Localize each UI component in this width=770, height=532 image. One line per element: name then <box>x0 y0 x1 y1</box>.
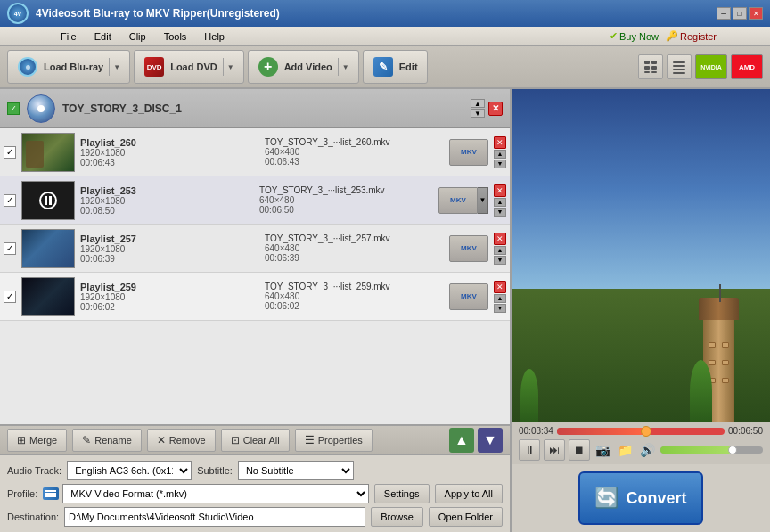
format-badge-3[interactable]: MKV <box>449 283 488 310</box>
svg-rect-7 <box>673 65 685 67</box>
svg-rect-5 <box>651 71 657 73</box>
row-checkbox-0[interactable] <box>4 146 16 159</box>
remove-icon: ✕ <box>157 434 166 446</box>
toolbar: Load Blu-ray ▼ DVD Load DVD ▼ + Add Vide… <box>0 46 770 89</box>
profile-select[interactable]: MKV Video Format (*.mkv) <box>62 484 369 503</box>
format-badge-1: MKV ▼ <box>438 187 488 214</box>
open-folder-button[interactable]: Open Folder <box>429 507 503 527</box>
audio-track-select[interactable]: English AC3 6ch. (0x1100… <box>67 461 192 480</box>
minimize-button[interactable]: ─ <box>717 7 731 20</box>
seek-bar[interactable] <box>557 428 725 435</box>
row-up-2[interactable]: ▲ <box>494 246 506 255</box>
scroll-up-arrow[interactable]: ▲ <box>471 99 485 108</box>
row-up-0[interactable]: ▲ <box>494 150 506 159</box>
file-list: ✓ TOY_STORY_3_DISC_1 ▲ ▼ ✕ <box>0 89 510 425</box>
move-down-button[interactable]: ▼ <box>478 428 503 453</box>
row-checkbox-3[interactable] <box>4 291 16 303</box>
clear-icon: ⊡ <box>231 434 240 446</box>
add-video-dropdown[interactable]: ▼ <box>338 58 349 76</box>
close-button[interactable]: ✕ <box>749 7 763 20</box>
nvidia-button[interactable]: NVIDIA <box>695 54 727 79</box>
seek-fill <box>557 428 646 435</box>
browse-button[interactable]: Browse <box>371 507 423 527</box>
format-badge-0[interactable]: MKV <box>449 139 488 166</box>
menu-help[interactable]: Help <box>197 29 232 44</box>
row-controls-0: ✕ ▲ ▼ <box>494 136 506 168</box>
dvd-icon: DVD <box>143 56 165 78</box>
load-dvd-button[interactable]: DVD Load DVD ▼ <box>134 50 243 84</box>
maximize-button[interactable]: □ <box>733 7 747 20</box>
disc-icon <box>27 94 55 123</box>
convert-icon: 🔄 <box>594 487 618 510</box>
format-dropdown-1[interactable]: ▼ <box>478 187 488 214</box>
list-view-button[interactable] <box>667 54 692 79</box>
playlist-row: Playlist_260 1920×1080 00:06:43 TOY_STOR… <box>0 128 510 176</box>
convert-button[interactable]: 🔄 Convert <box>578 471 703 525</box>
clear-all-button[interactable]: ⊡ Clear All <box>221 429 290 452</box>
row-controls-3: ✕ ▲ ▼ <box>494 281 506 313</box>
destination-input[interactable] <box>64 507 365 527</box>
rename-icon: ✎ <box>82 434 91 446</box>
playlist-output-3: TOY_STORY_3_···list_259.mkv 640×480 00:0… <box>265 282 444 311</box>
play-pause-button[interactable]: ⏸ <box>519 439 540 461</box>
load-dvd-dropdown[interactable]: ▼ <box>223 58 234 76</box>
load-bluray-button[interactable]: Load Blu-ray ▼ <box>7 50 130 84</box>
scroll-down-arrow[interactable]: ▼ <box>471 109 485 118</box>
menu-edit[interactable]: Edit <box>87 29 119 44</box>
row-up-3[interactable]: ▲ <box>494 294 506 303</box>
register-button[interactable]: 🔑 Register <box>666 30 717 42</box>
row-remove-0[interactable]: ✕ <box>494 136 506 149</box>
row-checkbox-2[interactable] <box>4 242 16 255</box>
row-controls-2: ✕ ▲ ▼ <box>494 233 506 265</box>
row-down-1[interactable]: ▼ <box>494 208 506 217</box>
menu-clip[interactable]: Clip <box>122 29 153 44</box>
grid-view-button[interactable] <box>638 54 663 79</box>
row-down-2[interactable]: ▼ <box>494 256 506 265</box>
folder-icon[interactable]: 📁 <box>618 443 633 457</box>
screenshot-icon[interactable]: 📷 <box>595 443 610 457</box>
row-remove-2[interactable]: ✕ <box>494 233 506 245</box>
current-time: 00:03:34 <box>519 426 553 436</box>
amd-button[interactable]: AMD <box>731 54 763 79</box>
rename-button[interactable]: ✎ Rename <box>72 429 142 452</box>
volume-bar[interactable] <box>660 446 763 454</box>
playlist-info-1: Playlist_253 1920×1080 00:08:50 <box>80 185 254 216</box>
edit-button[interactable]: ✎ Edit <box>363 50 428 84</box>
buy-register-area: ✔ Buy Now 🔑 Register <box>610 30 717 42</box>
disc-row: ✓ TOY_STORY_3_DISC_1 ▲ ▼ ✕ <box>0 89 510 128</box>
row-checkbox-1[interactable] <box>4 194 16 207</box>
menu-file[interactable]: File <box>53 29 84 44</box>
merge-button[interactable]: ⊞ Merge <box>7 429 67 452</box>
move-up-button[interactable]: ▲ <box>449 428 474 453</box>
remove-button[interactable]: ✕ Remove <box>147 429 216 452</box>
svg-rect-3 <box>651 66 657 70</box>
add-video-button[interactable]: + Add Video ▼ <box>248 50 359 84</box>
row-up-1[interactable]: ▲ <box>494 198 506 207</box>
row-down-0[interactable]: ▼ <box>494 160 506 168</box>
disc-checkbox[interactable]: ✓ <box>7 102 20 115</box>
load-bluray-dropdown[interactable]: ▼ <box>109 58 120 76</box>
row-down-3[interactable]: ▼ <box>494 304 506 313</box>
settings-button[interactable]: Settings <box>374 484 430 503</box>
step-forward-button[interactable]: ⏭ <box>544 439 565 461</box>
stop-button[interactable]: ⏹ <box>569 439 590 461</box>
profile-row: Profile: MKV Video Format (*.mkv) Settin… <box>7 484 503 503</box>
seek-thumb[interactable] <box>641 426 651 437</box>
format-badge-2[interactable]: MKV <box>449 235 488 262</box>
row-remove-1[interactable]: ✕ <box>494 184 506 197</box>
disc-close-button[interactable]: ✕ <box>488 102 503 116</box>
playlist-row: Playlist_257 1920×1080 00:06:39 TOY_STOR… <box>0 225 510 273</box>
subtitle-select[interactable]: No Subtitle <box>238 461 354 480</box>
volume-thumb[interactable] <box>728 446 737 454</box>
properties-button[interactable]: ☰ Properties <box>295 429 373 452</box>
right-panel: Preview <box>512 89 770 532</box>
subtitle-label: Subtitle: <box>197 465 233 476</box>
buy-now-button[interactable]: ✔ Buy Now <box>610 30 659 42</box>
playlist-row: Playlist_253 1920×1080 00:08:50 TOY_STOR… <box>0 176 510 225</box>
profile-label: Profile: <box>7 488 37 499</box>
menu-tools[interactable]: Tools <box>157 29 194 44</box>
row-remove-3[interactable]: ✕ <box>494 281 506 293</box>
apply-all-button[interactable]: Apply to All <box>435 484 503 503</box>
profile-format-icon <box>43 487 59 500</box>
volume-icon: 🔊 <box>640 443 655 457</box>
